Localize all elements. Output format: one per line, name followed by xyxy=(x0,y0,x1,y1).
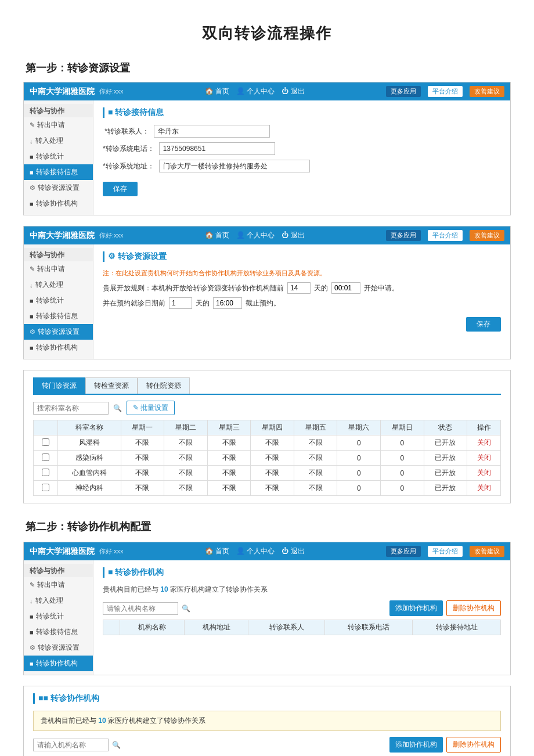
tab-inpatient[interactable]: 转住院资源 xyxy=(138,377,190,394)
row-op[interactable]: 关闭 xyxy=(467,435,501,451)
sidebar-item-coop[interactable]: ■ 转诊协作机构 xyxy=(24,196,93,211)
search-icon[interactable]: 🔍 xyxy=(113,404,122,412)
input-days1[interactable] xyxy=(287,282,311,294)
mockup-coop: 中南大学湘雅医院 你好:xxx 🏠 首页 👤 个人中心 ⏻ 退出 更多应用 平台… xyxy=(23,542,511,675)
save-resource-btn[interactable]: 保存 xyxy=(466,317,501,332)
close-link[interactable]: 关闭 xyxy=(477,438,491,447)
page-title: 双向转诊流程操作 xyxy=(23,23,511,44)
row1-pre: 贵展开放规则：本机构开放给转诊资源变转诊协作机构随前 xyxy=(103,283,284,293)
input-addr[interactable] xyxy=(159,160,310,172)
improve-btn-3[interactable]: 改善建议 xyxy=(470,546,504,557)
sidebar-item-in3[interactable]: ↓转入处理 xyxy=(24,593,93,609)
nav-home-3[interactable]: 🏠 首页 xyxy=(205,546,229,556)
sidebar-1: 转诊与协作 ✎ 转出申请 ↓ 转入处理 ■ 转诊统计 ■ 转诊接待信息 ⚙ 转诊… xyxy=(24,100,93,215)
sidebar-item-rec2[interactable]: ■转诊接待信息 xyxy=(24,308,93,324)
sidebar-item-res3[interactable]: ⚙转诊资源设置 xyxy=(24,640,93,656)
sidebar-item-res2[interactable]: ⚙转诊资源设置 xyxy=(24,324,93,340)
row-tue: 不限 xyxy=(164,466,208,481)
close-link[interactable]: 关闭 xyxy=(477,469,491,477)
sidebar-item-stats3[interactable]: ■转诊统计 xyxy=(24,609,93,624)
coop-search-input2[interactable] xyxy=(33,739,109,751)
row-op[interactable]: 关闭 xyxy=(467,466,501,481)
resource-title: ⚙ 转诊资源设置 xyxy=(103,251,501,262)
row-fri: 不限 xyxy=(294,435,337,451)
nav-profile[interactable]: 👤 个人中心 xyxy=(236,87,275,96)
step1-label: 第一步：转诊资源设置 xyxy=(23,61,511,75)
sidebar-item-transfer-in[interactable]: ↓ 转入处理 xyxy=(24,133,93,149)
nav-home[interactable]: 🏠 首页 xyxy=(205,87,229,96)
nav-profile-2[interactable]: 👤 个人中心 xyxy=(236,231,275,240)
sidebar-item-out2[interactable]: ✎转出申请 xyxy=(24,261,93,277)
more-apps-btn-3[interactable]: 更多应用 xyxy=(386,546,421,557)
platform-intro-btn[interactable]: 平台介绍 xyxy=(428,86,463,97)
close-link[interactable]: 关闭 xyxy=(477,484,491,492)
row-sat: 0 xyxy=(337,481,381,496)
sidebar-label-stats: 转诊统计 xyxy=(36,152,64,161)
coop-search-input[interactable] xyxy=(103,602,178,615)
sidebar-item-stats[interactable]: ■ 转诊统计 xyxy=(24,149,93,164)
row1-end: 开始申请。 xyxy=(364,283,399,293)
sidebar-item-reception[interactable]: ■ 转诊接待信息 xyxy=(24,164,93,180)
nav-logout-2[interactable]: ⏻ 退出 xyxy=(282,231,304,240)
input-contact[interactable] xyxy=(154,125,270,138)
sidebar-item-in2[interactable]: ↓转入处理 xyxy=(24,277,93,293)
row-wed: 不限 xyxy=(207,481,251,496)
platform-intro-btn-3[interactable]: 平台介绍 xyxy=(428,546,463,557)
th-status: 状态 xyxy=(424,420,467,435)
sidebar-item-rec3[interactable]: ■转诊接待信息 xyxy=(24,624,93,640)
nav-logout[interactable]: ⏻ 退出 xyxy=(282,87,304,96)
nav-home-2[interactable]: 🏠 首页 xyxy=(205,231,229,240)
row-check xyxy=(34,435,58,451)
del-coop-btn[interactable]: 删除协作机构 xyxy=(446,600,501,616)
sidebar-item-stats2[interactable]: ■转诊统计 xyxy=(24,293,93,308)
nav-profile-3[interactable]: 👤 个人中心 xyxy=(236,546,275,556)
more-apps-btn[interactable]: 更多应用 xyxy=(386,86,421,97)
row-checkbox[interactable] xyxy=(42,438,49,446)
input-phone[interactable] xyxy=(159,142,275,155)
improve-btn-2[interactable]: 改善建议 xyxy=(470,230,504,241)
row-checkbox[interactable] xyxy=(42,469,49,476)
row-thu: 不限 xyxy=(251,435,294,451)
row-op[interactable]: 关闭 xyxy=(467,451,501,466)
coop-note-box: 贵机构目前已经与 10 家医疗机构建立了转诊协作关系 xyxy=(33,711,501,731)
batch-set-btn[interactable]: ✎ 批量设置 xyxy=(127,401,175,415)
platform-intro-btn-2[interactable]: 平台介绍 xyxy=(428,230,463,241)
sidebar-label-resource: 转诊资源设置 xyxy=(38,183,80,193)
del-coop-btn2[interactable]: 删除协作机构 xyxy=(446,737,501,753)
dept-search-input[interactable] xyxy=(33,402,109,415)
res3-icon: ⚙ xyxy=(30,644,35,651)
sidebar-item-coop2[interactable]: ■转诊协作机构 xyxy=(24,340,93,355)
th-sun: 星期日 xyxy=(381,420,424,435)
coop-toolbar-top: 🔍 添加协作机构 删除协作机构 xyxy=(103,600,501,616)
sidebar-item-resource[interactable]: ⚙ 转诊资源设置 xyxy=(24,180,93,196)
row-dept: 感染病科 xyxy=(58,451,121,466)
more-apps-btn-2[interactable]: 更多应用 xyxy=(386,230,421,241)
row-dept: 神经内科 xyxy=(58,481,121,496)
row-status: 已开放 xyxy=(424,451,467,466)
sidebar-item-coop3[interactable]: ■转诊协作机构 xyxy=(24,656,93,671)
sidebar-item-out3[interactable]: ✎转出申请 xyxy=(24,577,93,593)
tab-outpatient[interactable]: 转门诊资源 xyxy=(33,377,85,394)
input-days2[interactable] xyxy=(169,297,192,309)
row-checkbox[interactable] xyxy=(42,484,49,491)
nav-logout-3[interactable]: ⏻ 退出 xyxy=(282,546,304,556)
add-coop-btn[interactable]: 添加协作机构 xyxy=(389,600,443,616)
input-time1[interactable] xyxy=(331,282,360,294)
close-link[interactable]: 关闭 xyxy=(477,453,491,462)
input-time2[interactable] xyxy=(213,297,242,309)
add-coop-btn2[interactable]: 添加协作机构 xyxy=(389,737,443,753)
sidebar-label-transfer-out: 转出申请 xyxy=(37,120,65,130)
row-checkbox[interactable] xyxy=(42,453,49,461)
row-thu: 不限 xyxy=(251,466,294,481)
coop-table-empty: 机构名称 机构地址 转诊联系人 转诊联系电话 转诊接待地址 xyxy=(103,620,501,635)
improve-btn[interactable]: 改善建议 xyxy=(470,86,504,97)
tab-exam[interactable]: 转检查资源 xyxy=(85,377,138,394)
row-tue: 不限 xyxy=(164,435,208,451)
coop-search-icon2[interactable]: 🔍 xyxy=(112,741,121,749)
sidebar-item-transfer-out[interactable]: ✎ 转出申请 xyxy=(24,117,93,133)
save-reception-btn[interactable]: 保存 xyxy=(103,182,138,196)
coop-search-icon[interactable]: 🔍 xyxy=(182,604,190,613)
coop-count-0: 10 xyxy=(160,585,168,593)
th-dept: 科室名称 xyxy=(58,420,121,435)
row-op[interactable]: 关闭 xyxy=(467,481,501,496)
